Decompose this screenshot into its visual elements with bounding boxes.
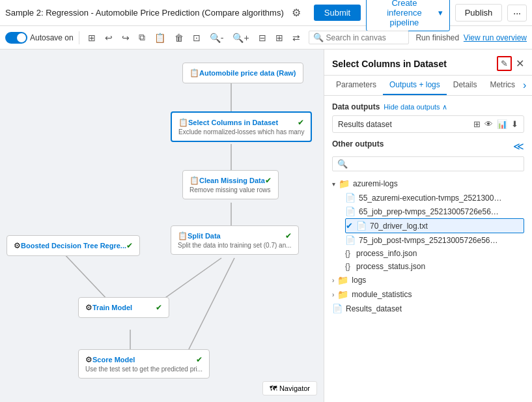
- eye-icon[interactable]: 👁: [484, 119, 493, 129]
- node-subtitle-select: Exclude normalized-losses which has many: [178, 128, 304, 136]
- run-status: Run finished View run overview: [415, 33, 527, 42]
- chevron-azuremi: ▾: [332, 180, 335, 188]
- copy-icon[interactable]: ⧉: [135, 30, 148, 45]
- hide-data-outputs-link[interactable]: Hide data outputs ∧: [384, 103, 447, 111]
- grid-icon[interactable]: ⊞: [85, 31, 99, 45]
- file-label-processinfo: process_info.json: [356, 249, 417, 258]
- node-icon-split: 📋: [178, 231, 188, 240]
- pipeline-canvas[interactable]: 📋 Automobile price data (Raw) 📋 Select C…: [0, 50, 324, 402]
- search-icon-small: 🔍: [337, 159, 348, 169]
- download-icon[interactable]: ⬇: [511, 119, 518, 129]
- delete-icon[interactable]: 🗑: [171, 31, 187, 45]
- node-subtitle-split: Split the data into training set (0.7) a…: [178, 242, 292, 249]
- file-75[interactable]: 📄 75_job_post-tvmps_25213005726e56dba07a…: [345, 233, 524, 247]
- tab-metrics[interactable]: Metrics: [483, 76, 522, 95]
- panel-content: Data outputs Hide data outputs ∧ Results…: [324, 96, 532, 402]
- tab-details[interactable]: Details: [447, 76, 484, 95]
- table-icon[interactable]: ⊟: [255, 31, 270, 45]
- folder-module-stats[interactable]: › 📁 module_statistics: [332, 287, 524, 302]
- file-icon-65: 📄: [345, 207, 356, 216]
- node-score-model[interactable]: ⚙ Score Model ✔ Use the test set to get …: [78, 349, 210, 379]
- zoom-in-icon[interactable]: 🔍+: [229, 31, 252, 45]
- chevron-module: ›: [332, 291, 334, 298]
- check-clean: ✔: [265, 176, 272, 185]
- zoom-fit-icon[interactable]: ⊡: [189, 31, 204, 45]
- file-label-65: 65_job_prep-tvmps_25213005726e56dba07a1e…: [359, 207, 502, 216]
- search-input[interactable]: [326, 33, 404, 42]
- bar-chart-icon[interactable]: 📊: [497, 119, 507, 129]
- node-title-train: Train Model: [92, 304, 132, 311]
- navigator-button[interactable]: 🗺 Navigator: [262, 381, 317, 395]
- tabs-scroll-right[interactable]: ›: [522, 76, 527, 95]
- more-options-button[interactable]: ···: [507, 5, 527, 22]
- file-icon-results: 📄: [332, 304, 343, 313]
- file-70-selected[interactable]: ✔ 📄 70_driver_log.txt: [345, 218, 524, 233]
- file-results-dataset[interactable]: 📄 Results_dataset: [332, 302, 524, 315]
- redo-icon[interactable]: ↪: [119, 31, 133, 45]
- node-train-model[interactable]: ⚙ Train Model ✔: [78, 297, 169, 318]
- layout-icon[interactable]: ⊞: [272, 31, 287, 45]
- publish-button[interactable]: Publish: [455, 4, 503, 22]
- file-label-70: 70_driver_log.txt: [370, 222, 428, 231]
- folder-label-module: module_statistics: [352, 290, 412, 299]
- node-select-columns[interactable]: 📋 Select Columns in Dataset ✔ Exclude no…: [171, 111, 312, 142]
- node-split-data[interactable]: 📋 Split Data ✔ Split the data into train…: [171, 225, 299, 255]
- node-title-boosted: Boosted Decision Tree Regre...: [21, 242, 126, 250]
- autosave-switch[interactable]: [5, 32, 27, 44]
- panel-tabs: Parameters Outputs + logs Details Metric…: [324, 76, 532, 96]
- view-run-overview-link[interactable]: View run overview: [464, 33, 527, 42]
- panel-title: Select Columns in Dataset: [332, 59, 493, 69]
- inference-pipeline-button[interactable]: Create inference pipeline ▾: [366, 0, 449, 31]
- tab-outputs-logs[interactable]: Outputs + logs: [383, 76, 447, 95]
- svg-line-6: [182, 258, 234, 362]
- flow-icon[interactable]: ⇄: [289, 31, 303, 45]
- json-icon-processinfo: {}: [345, 249, 350, 258]
- search-box: 🔍: [309, 31, 409, 44]
- file-label-results: Results_dataset: [346, 304, 402, 313]
- results-dataset-row[interactable]: Results dataset ⊞ 👁 📊 ⬇: [332, 115, 524, 133]
- node-icon-score: ⚙: [85, 355, 92, 364]
- other-outputs-search: 🔍: [332, 156, 524, 171]
- settings-icon[interactable]: ⚙: [289, 4, 303, 22]
- results-actions: ⊞ 👁 📊 ⬇: [473, 119, 518, 129]
- navigator-icon: 🗺: [270, 384, 277, 392]
- file-process-info[interactable]: {} process_info.json: [345, 247, 524, 260]
- file-65[interactable]: 📄 65_job_prep-tvmps_25213005726e56dba07a…: [345, 205, 524, 218]
- file-icon-55: 📄: [345, 193, 356, 203]
- node-automobile-price[interactable]: 📋 Automobile price data (Raw): [182, 63, 303, 83]
- zoom-out-icon[interactable]: 🔍-: [206, 31, 227, 45]
- tab-parameters[interactable]: Parameters: [329, 76, 383, 95]
- panel-edit-button[interactable]: ✎: [497, 56, 512, 71]
- toolbar: Autosave on ⊞ ↩ ↪ ⧉ 📋 🗑 ⊡ 🔍- 🔍+ ⊟ ⊞ ⇄ 🔍 …: [0, 26, 532, 50]
- file-icon-75: 📄: [345, 235, 356, 245]
- folder-icon-azuremi: 📁: [339, 179, 350, 189]
- node-clean-missing[interactable]: 📋 Clean Missing Data ✔ Remove missing va…: [182, 170, 279, 199]
- folder-label-logs: logs: [352, 276, 366, 285]
- node-title-select: Select Columns in Dataset: [188, 119, 278, 126]
- data-outputs-section: Data outputs Hide data outputs ∧: [332, 102, 524, 111]
- results-label: Results dataset: [338, 120, 469, 129]
- autosave-label: Autosave on: [30, 33, 74, 42]
- undo-icon[interactable]: ↩: [102, 31, 116, 45]
- submit-button[interactable]: Submit: [314, 5, 361, 21]
- node-title-auto: Automobile price data (Raw): [199, 69, 296, 77]
- panel-close-button[interactable]: ✕: [516, 57, 524, 70]
- file-55[interactable]: 📄 55_azuremi-execution-tvmps_25213005726…: [345, 191, 524, 205]
- file-process-status[interactable]: {} process_status.json: [345, 260, 524, 273]
- paste-icon[interactable]: 📋: [151, 31, 169, 45]
- node-subtitle-clean: Remove missing value rows: [189, 186, 272, 194]
- panel-header: Select Columns in Dataset ✎ ✕: [324, 50, 532, 76]
- file-label-55: 55_azuremi-execution-tvmps_25213005726e5…: [359, 194, 502, 203]
- json-icon-processstatus: {}: [345, 262, 350, 271]
- node-title-score: Score Model: [92, 356, 135, 364]
- node-boosted-tree[interactable]: ⚙ Boosted Decision Tree Regre... ✔: [7, 235, 140, 256]
- chevron-logs: ›: [332, 277, 334, 284]
- separator: [79, 31, 79, 44]
- folder-azuremi-logs[interactable]: ▾ 📁 azuremi-logs: [332, 177, 524, 191]
- table-view-icon[interactable]: ⊞: [473, 119, 481, 129]
- folder-logs[interactable]: › 📁 logs: [332, 273, 524, 287]
- node-icon-train: ⚙: [85, 303, 92, 312]
- file-label-75: 75_job_post-tvmps_25213005726e56dba07a1e…: [359, 236, 502, 245]
- collapse-all-button[interactable]: ≪: [513, 140, 524, 152]
- other-outputs-search-input[interactable]: [350, 160, 519, 169]
